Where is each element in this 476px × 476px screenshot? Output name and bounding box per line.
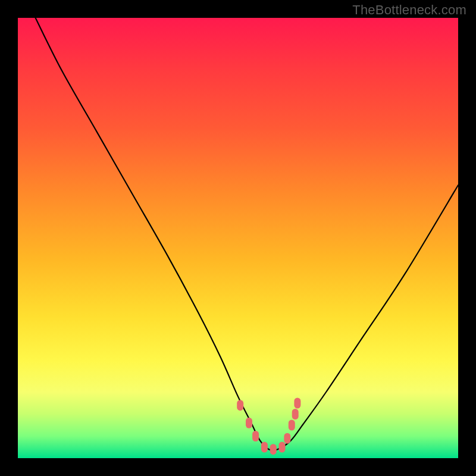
marker-point [284,433,290,444]
marker-point [289,420,295,431]
marker-point [292,409,299,419]
marker-point [270,444,277,455]
watermark-text: TheBottleneck.com [352,2,466,18]
bottleneck-curve [36,18,458,450]
marker-point [246,418,252,428]
marker-group [237,398,300,455]
marker-point [237,400,243,411]
marker-point [294,398,300,409]
chart-frame: TheBottleneck.com [0,0,476,476]
marker-point [252,431,259,441]
curve-svg [18,18,458,458]
marker-point [261,442,268,453]
marker-point [279,442,286,453]
plot-area [18,18,458,458]
